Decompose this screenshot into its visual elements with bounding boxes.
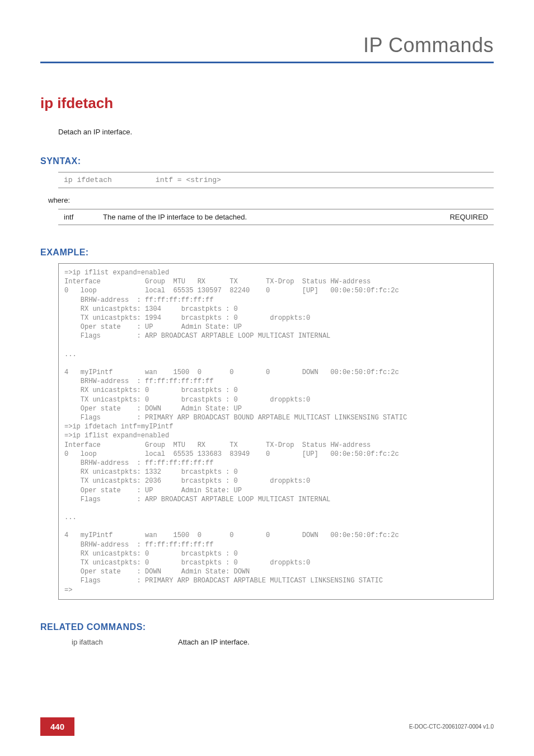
related-row: ip ifattach Attach an IP interface.: [72, 638, 494, 646]
where-label: where:: [48, 196, 494, 204]
header-rule: [40, 62, 494, 63]
syntax-line: ip ifdetach intf = <string>: [64, 176, 488, 184]
param-name: intf: [64, 213, 103, 221]
param-row: intf The name of the IP interface to be …: [58, 209, 494, 225]
related-command: ip ifattach: [72, 638, 178, 646]
page-footer: 440 E-DOC-CTC-20061027-0004 v1.0: [40, 717, 494, 736]
param-required: REQUIRED: [438, 213, 488, 221]
doc-code: E-DOC-CTC-20061027-0004 v1.0: [409, 724, 494, 730]
param-desc: The name of the IP interface to be detac…: [103, 213, 438, 221]
command-description: Detach an IP interface.: [58, 128, 494, 136]
page-header-title: IP Commands: [40, 34, 494, 62]
syntax-box: ip ifdetach intf = <string>: [58, 172, 494, 188]
example-box: =>ip iflist expand=enabled Interface Gro…: [58, 263, 494, 600]
related-description: Attach an IP interface.: [178, 638, 250, 646]
command-name: ip ifdetach: [40, 95, 494, 112]
page-number-badge: 440: [40, 717, 74, 736]
syntax-heading: SYNTAX:: [40, 156, 494, 166]
example-heading: EXAMPLE:: [40, 248, 494, 258]
related-heading: RELATED COMMANDS:: [40, 622, 494, 632]
example-text: =>ip iflist expand=enabled Interface Gro…: [64, 268, 488, 595]
